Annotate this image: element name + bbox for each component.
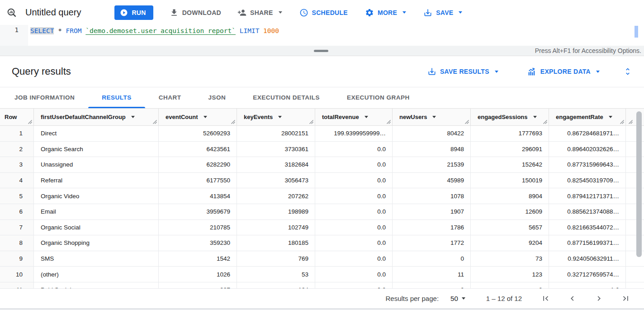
data-cell: 359230 (159, 235, 237, 251)
data-cell: 0 (393, 282, 471, 288)
column-resize-grip[interactable] (153, 120, 157, 124)
data-cell: Paid Social (34, 282, 159, 288)
column-header-eventCount[interactable]: eventCount (159, 109, 237, 125)
splitter-drag-handle[interactable] (314, 50, 328, 52)
download-button[interactable]: DOWNLOAD (170, 8, 221, 17)
table-row: 2Organic Search642356137303610.089482960… (0, 142, 644, 157)
page-size-select[interactable]: 50 (450, 295, 465, 302)
page-size-caret (462, 297, 465, 300)
column-resize-grip[interactable] (620, 120, 624, 124)
tab-json[interactable]: JSON (195, 87, 240, 108)
column-header-totalRevenue[interactable]: totalRevenue (315, 109, 393, 125)
explore-data-caret (596, 71, 600, 73)
results-table: RowfirstUserDefaultChannelGroupeventCoun… (0, 109, 644, 288)
sql-star: * (58, 27, 62, 34)
query-title[interactable]: Untitled query (25, 7, 81, 18)
sql-limit-value: 1000 (263, 27, 279, 34)
more-dropdown-caret (402, 11, 406, 14)
data-cell: 3730361 (237, 142, 315, 157)
tab-execution-graph[interactable]: EXECUTION GRAPH (333, 87, 423, 108)
data-cell: 11 (393, 267, 471, 282)
column-menu-caret[interactable] (365, 116, 368, 118)
data-cell: Organic Shopping (34, 235, 159, 251)
column-menu-caret[interactable] (131, 116, 135, 118)
column-resize-grip[interactable] (387, 120, 391, 124)
more-button[interactable]: MORE (365, 8, 406, 17)
data-cell: 6282290 (159, 157, 237, 172)
column-resize-grip[interactable] (629, 120, 633, 124)
column-header-keyEvents[interactable]: keyEvents (237, 109, 315, 125)
data-cell: Organic Search (34, 142, 159, 157)
column-header-engagedSessions[interactable]: engagedSessions (471, 109, 549, 125)
column-menu-caret[interactable] (609, 116, 612, 118)
tab-execution-details[interactable]: EXECUTION DETAILS (239, 87, 333, 108)
explore-data-button[interactable]: EXPLORE DATA (527, 67, 600, 76)
save-button[interactable]: SAVE (423, 8, 462, 17)
run-button[interactable]: RUN (114, 5, 153, 20)
data-cell: 21539 (393, 157, 471, 172)
table-row: 6Email39596791989890.01907126090.8856213… (0, 204, 644, 220)
sql-keyword-select: SELECT (30, 27, 54, 34)
data-cell: 997 (159, 282, 237, 288)
column-header-row[interactable]: Row (0, 109, 34, 125)
share-button[interactable]: SHARE (237, 8, 282, 17)
table-row: 8Organic Shopping3592301801850.017729204… (0, 235, 644, 251)
editor-scrollbar-thumb[interactable] (635, 26, 638, 38)
schedule-button[interactable]: SCHEDULE (299, 8, 348, 17)
data-cell: 0.821663544072… (549, 220, 626, 235)
last-page-icon (621, 294, 630, 303)
column-menu-caret[interactable] (278, 116, 282, 118)
table-scrollbar-thumb[interactable] (636, 111, 642, 257)
filler-cell (626, 126, 634, 141)
data-cell: 0.0 (315, 235, 393, 251)
data-cell: 0.0 (315, 282, 393, 288)
data-cell: Unassigned (34, 157, 159, 172)
data-cell: 0.0 (315, 173, 393, 188)
data-cell: 150019 (471, 173, 549, 188)
sql-editor[interactable]: 1 SELECT * FROM `demo.demoset.user_acqui… (0, 25, 644, 46)
sql-table-reference[interactable]: `demo.demoset.user_acquisition_report` (85, 27, 236, 34)
column-header-newUsers[interactable]: newUsers (393, 109, 471, 125)
data-cell: 80422 (393, 126, 471, 141)
table-row: 3Unassigned628229031826840.0215391526420… (0, 157, 644, 173)
tab-job-information[interactable]: JOB INFORMATION (1, 87, 88, 108)
column-menu-caret[interactable] (204, 116, 207, 118)
column-resize-grip[interactable] (231, 120, 235, 124)
expand-results-button[interactable] (623, 67, 632, 76)
data-cell: Organic Social (34, 220, 159, 235)
person-add-icon (237, 8, 246, 17)
next-page-button[interactable] (594, 294, 604, 303)
row-number-cell: 8 (0, 235, 34, 251)
column-resize-grip[interactable] (309, 120, 313, 124)
column-menu-caret[interactable] (432, 116, 436, 118)
tab-results[interactable]: RESULTS (88, 87, 145, 108)
save-icon (423, 8, 432, 17)
data-cell: 1026 (159, 267, 237, 282)
data-cell: 1.0 (549, 282, 626, 288)
column-menu-caret[interactable] (533, 116, 537, 118)
column-resize-grip[interactable] (465, 120, 469, 124)
column-resize-grip[interactable] (28, 120, 32, 124)
filler-cell (626, 157, 634, 172)
first-page-button[interactable] (541, 294, 550, 303)
save-results-button[interactable]: SAVE RESULTS (427, 67, 498, 76)
data-cell: 3 (471, 282, 549, 288)
previous-page-button[interactable] (568, 294, 577, 303)
tab-chart[interactable]: CHART (145, 87, 195, 108)
table-row: 5Organic Video4138542072620.0107889040.8… (0, 188, 644, 204)
editor-line-number: 1 (0, 25, 28, 46)
column-header-firstUserDefaultChannelGroup[interactable]: firstUserDefaultChannelGroup (34, 109, 159, 125)
column-header-engagementRate[interactable]: engagementRate (549, 109, 626, 125)
row-number-cell: 6 (0, 204, 34, 219)
data-cell: 0.327127659574… (549, 267, 626, 282)
data-cell: 45989 (393, 173, 471, 188)
column-resize-grip[interactable] (543, 120, 547, 124)
column-header-filler (626, 109, 634, 125)
data-cell: 1078 (393, 188, 471, 204)
sql-code-line[interactable]: SELECT * FROM `demo.demoset.user_acquisi… (28, 25, 279, 46)
filler-cell (626, 188, 634, 204)
filler-cell (626, 220, 634, 235)
data-cell: 73 (471, 251, 549, 267)
last-page-button[interactable] (621, 294, 630, 303)
window-bottom-strip (0, 308, 644, 310)
